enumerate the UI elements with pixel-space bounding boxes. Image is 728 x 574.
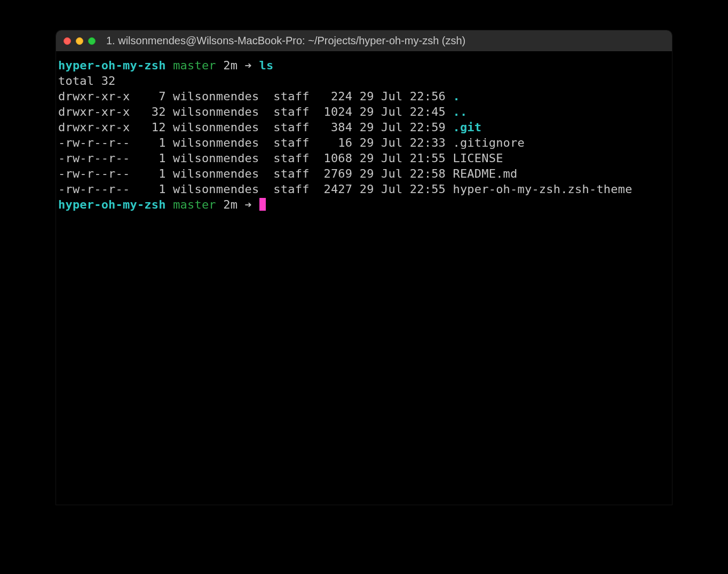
ls-row: drwxr-xr-x 12 wilsonmendes staff 384 29 … — [58, 119, 670, 135]
file-name: LICENSE — [453, 152, 503, 165]
ls-row: -rw-r--r-- 1 wilsonmendes staff 2427 29 … — [58, 181, 670, 197]
prompt-line: hyper-oh-my-zsh master 2m ➔ — [58, 197, 670, 212]
ls-row: -rw-r--r-- 1 wilsonmendes staff 1068 29 … — [58, 150, 670, 166]
file-name: . — [453, 90, 460, 103]
prompt-branch: master — [173, 59, 216, 72]
file-name: .. — [453, 105, 467, 118]
prompt-dir: hyper-oh-my-zsh — [58, 198, 166, 211]
prompt-dir: hyper-oh-my-zsh — [58, 59, 166, 72]
file-name: .gitignore — [453, 136, 524, 149]
file-name: hyper-oh-my-zsh.zsh-theme — [453, 182, 632, 196]
arrow-icon: ➔ — [245, 59, 252, 72]
ls-row: -rw-r--r-- 1 wilsonmendes staff 16 29 Ju… — [58, 135, 670, 150]
window-titlebar[interactable]: 1. wilsonmendes@Wilsons-MacBook-Pro: ~/P… — [56, 30, 672, 51]
ls-rows: drwxr-xr-x 7 wilsonmendes staff 224 29 J… — [58, 89, 670, 197]
prompt-line: hyper-oh-my-zsh master 2m ➔ ls — [58, 58, 670, 73]
cursor-icon[interactable] — [259, 198, 266, 211]
file-name: .git — [453, 121, 481, 134]
file-name: README.md — [453, 167, 517, 180]
prompt-age: 2m — [223, 198, 238, 211]
close-icon[interactable] — [64, 37, 71, 45]
arrow-icon: ➔ — [245, 198, 252, 211]
terminal-window: 1. wilsonmendes@Wilsons-MacBook-Pro: ~/P… — [56, 30, 672, 505]
zoom-icon[interactable] — [88, 37, 96, 45]
ls-total: total 32 — [58, 73, 670, 89]
ls-row: -rw-r--r-- 1 wilsonmendes staff 2769 29 … — [58, 166, 670, 181]
ls-row: drwxr-xr-x 32 wilsonmendes staff 1024 29… — [58, 104, 670, 119]
terminal-output-area[interactable]: hyper-oh-my-zsh master 2m ➔ ls total 32 … — [56, 51, 672, 212]
window-title: 1. wilsonmendes@Wilsons-MacBook-Pro: ~/P… — [106, 35, 664, 47]
prompt-branch: master — [173, 198, 216, 211]
command-text: ls — [259, 59, 274, 72]
ls-row: drwxr-xr-x 7 wilsonmendes staff 224 29 J… — [58, 89, 670, 104]
minimize-icon[interactable] — [76, 37, 83, 45]
prompt-age: 2m — [223, 59, 238, 72]
